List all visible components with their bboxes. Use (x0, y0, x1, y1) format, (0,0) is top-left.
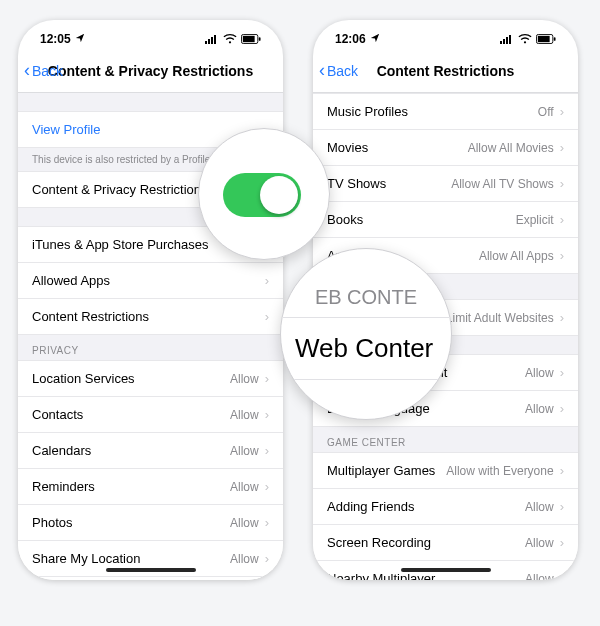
settings-row[interactable]: Bluetooth SharingAllow› (18, 577, 283, 580)
row-label: Multiplayer Games (327, 463, 435, 478)
row-value: Allow› (230, 551, 269, 566)
chevron-right-icon: › (265, 551, 269, 566)
chevron-left-icon: ‹ (24, 61, 30, 79)
chevron-right-icon: › (560, 571, 564, 580)
privacy-header: PRIVACY (18, 335, 283, 360)
row-label: Reminders (32, 479, 95, 494)
settings-row[interactable]: Music ProfilesOff› (313, 93, 578, 130)
back-label: Back (32, 63, 63, 79)
chevron-right-icon: › (265, 515, 269, 530)
row-value: › (265, 309, 269, 324)
chevron-right-icon: › (265, 407, 269, 422)
row-label: Music Profiles (327, 104, 408, 119)
svg-rect-15 (554, 37, 556, 41)
back-button[interactable]: ‹ Back (319, 63, 358, 79)
game-center-header: GAME CENTER (313, 427, 578, 452)
chevron-right-icon: › (265, 371, 269, 386)
settings-row[interactable]: Allowed Apps› (18, 263, 283, 299)
svg-rect-0 (205, 41, 207, 44)
settings-row[interactable]: CalendarsAllow› (18, 433, 283, 469)
row-value: Allow› (230, 371, 269, 386)
row-label: Content & Privacy Restrictions (32, 182, 208, 197)
row-label: Adding Friends (327, 499, 414, 514)
settings-row[interactable]: MoviesAllow All Movies› (313, 130, 578, 166)
settings-row[interactable]: TV ShowsAllow All TV Shows› (313, 166, 578, 202)
chevron-right-icon: › (265, 273, 269, 288)
phone-left: 12:05 (18, 20, 283, 580)
svg-rect-3 (214, 35, 216, 44)
row-value: Allow› (230, 515, 269, 530)
svg-rect-10 (506, 37, 508, 44)
status-bar: 12:06 (313, 20, 578, 54)
chevron-right-icon: › (560, 463, 564, 478)
svg-rect-7 (259, 37, 261, 41)
chevron-right-icon: › (560, 365, 564, 380)
row-label: Share My Location (32, 551, 140, 566)
settings-row[interactable]: Multiplayer GamesAllow with Everyone› (313, 452, 578, 489)
settings-row[interactable]: ContactsAllow› (18, 397, 283, 433)
chevron-right-icon: › (560, 535, 564, 550)
svg-rect-1 (208, 39, 210, 44)
row-value: Allow› (525, 571, 564, 580)
row-value: Allow with Everyone› (446, 463, 564, 478)
location-arrow-icon (75, 32, 85, 46)
settings-row[interactable]: Location ServicesAllow› (18, 360, 283, 397)
wifi-icon (223, 34, 237, 44)
row-label: TV Shows (327, 176, 386, 191)
nav-title: Content Restrictions (323, 63, 568, 79)
row-label: Allowed Apps (32, 273, 110, 288)
nav-bar: ‹ Back Content & Privacy Restrictions (18, 54, 283, 93)
settings-row[interactable]: Content Restrictions› (18, 299, 283, 335)
svg-rect-6 (243, 36, 255, 42)
row-label: Books (327, 212, 363, 227)
row-value: Allow All Apps› (479, 248, 564, 263)
chevron-right-icon: › (560, 248, 564, 263)
row-value: › (265, 273, 269, 288)
row-label: Location Services (32, 371, 135, 386)
wifi-icon (518, 34, 532, 44)
settings-row[interactable]: PhotosAllow› (18, 505, 283, 541)
view-profile-label: View Profile (32, 122, 100, 137)
magnifier-web-content: EB CONTE Web Conter (280, 248, 452, 420)
settings-row[interactable]: BooksExplicit› (313, 202, 578, 238)
toggle-on-icon (223, 173, 301, 217)
chevron-right-icon: › (265, 309, 269, 324)
chevron-right-icon: › (560, 176, 564, 191)
home-indicator[interactable] (106, 568, 196, 572)
svg-rect-9 (503, 39, 505, 44)
svg-rect-11 (509, 35, 511, 44)
chevron-right-icon: › (560, 310, 564, 325)
row-value: Allow› (525, 365, 564, 380)
row-label: Screen Recording (327, 535, 431, 550)
chevron-right-icon: › (265, 479, 269, 494)
chevron-right-icon: › (265, 443, 269, 458)
row-value: Limit Adult Websites› (446, 310, 564, 325)
row-value: Allow› (525, 499, 564, 514)
row-label: Calendars (32, 443, 91, 458)
row-value: Allow› (230, 479, 269, 494)
row-value: Allow› (525, 401, 564, 416)
status-bar: 12:05 (18, 20, 283, 54)
back-label: Back (327, 63, 358, 79)
svg-rect-8 (500, 41, 502, 44)
status-time: 12:05 (40, 32, 71, 46)
back-button[interactable]: ‹ Back (24, 63, 63, 79)
row-value: Explicit› (516, 212, 564, 227)
battery-icon (241, 34, 261, 44)
settings-row[interactable]: RemindersAllow› (18, 469, 283, 505)
row-value: Allow All Movies› (468, 140, 564, 155)
chevron-right-icon: › (560, 212, 564, 227)
svg-point-4 (229, 41, 231, 43)
chevron-right-icon: › (560, 499, 564, 514)
row-label: Photos (32, 515, 72, 530)
settings-row[interactable]: Adding FriendsAllow› (313, 489, 578, 525)
nav-bar: ‹ Back Content Restrictions (313, 54, 578, 93)
settings-row[interactable]: Screen RecordingAllow› (313, 525, 578, 561)
status-time: 12:06 (335, 32, 366, 46)
row-label: Nearby Multiplayer (327, 571, 435, 580)
chevron-right-icon: › (560, 140, 564, 155)
home-indicator[interactable] (401, 568, 491, 572)
chevron-left-icon: ‹ (319, 61, 325, 79)
magnifier-toggle (198, 128, 330, 260)
row-value: Allow› (525, 535, 564, 550)
